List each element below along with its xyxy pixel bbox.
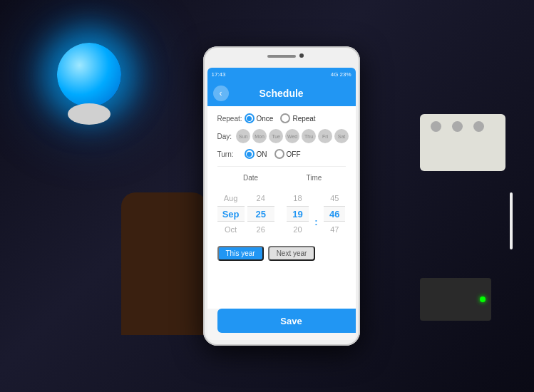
day-thu[interactable]: Thu	[302, 129, 316, 143]
minute-row-0[interactable]: 45	[324, 190, 345, 206]
minute-picker[interactable]: 45 46 47	[324, 190, 345, 237]
phone-screen: 17:43 4G 23% ‹ Schedule Repeat: Onc	[207, 68, 356, 340]
divider-1	[217, 166, 346, 167]
repeat-repeat-label: Repeat	[292, 115, 315, 123]
hand-decoration	[121, 192, 207, 335]
hour-row-2[interactable]: 20	[287, 222, 308, 237]
turn-options: ON OFF	[245, 149, 301, 159]
ball-base-decoration	[68, 103, 111, 125]
repeat-options: Once Repeat	[245, 113, 316, 123]
next-year-button[interactable]: Next year	[268, 246, 316, 261]
turn-on-radio[interactable]	[245, 149, 255, 159]
status-time: 17:43	[212, 71, 226, 78]
status-right: 4G 23%	[331, 71, 351, 78]
turn-row: Turn: ON OFF	[217, 149, 346, 159]
day-row-0[interactable]: 24	[247, 190, 274, 206]
page-title: Schedule	[259, 88, 303, 99]
repeat-repeat-radio[interactable]	[280, 113, 290, 123]
date-header: Date	[218, 174, 284, 182]
repeat-once-label: Once	[257, 115, 274, 123]
time-header: Time	[284, 174, 345, 182]
turn-on-option[interactable]: ON	[245, 149, 267, 159]
picker-headers: Date Time	[217, 174, 346, 182]
phone: 17:43 4G 23% ‹ Schedule Repeat: Onc	[203, 46, 360, 346]
minute-row-2[interactable]: 47	[324, 222, 345, 237]
turn-off-option[interactable]: OFF	[274, 149, 301, 159]
title-bar: ‹ Schedule	[207, 81, 356, 106]
status-signal: 4G	[331, 71, 339, 78]
repeat-row: Repeat: Once Repeat	[217, 113, 346, 123]
date-time-picker[interactable]: Aug Sep Oct 24 25	[217, 190, 346, 237]
day-tue[interactable]: Tue	[269, 129, 283, 143]
this-year-button[interactable]: This year	[217, 246, 264, 261]
status-bar: 17:43 4G 23%	[207, 68, 356, 81]
turn-off-radio[interactable]	[274, 149, 284, 159]
phone-camera	[299, 53, 304, 58]
month-row-0[interactable]: Aug	[217, 190, 245, 206]
repeat-label: Repeat:	[217, 115, 240, 123]
day-wed[interactable]: Wed	[285, 129, 299, 143]
day-sat[interactable]: Sat	[334, 129, 349, 143]
repeat-once-radio[interactable]	[245, 113, 255, 123]
hour-picker[interactable]: 18 19 20	[287, 190, 308, 237]
day-row-selected[interactable]: 25	[247, 206, 274, 222]
month-row-2[interactable]: Oct	[217, 222, 245, 237]
day-mon[interactable]: Mon	[252, 129, 267, 143]
schedule-content: Repeat: Once Repeat Day: Sun	[207, 106, 356, 309]
day-sun[interactable]: Sun	[236, 129, 250, 143]
back-button[interactable]: ‹	[213, 86, 229, 101]
day-fri[interactable]: Fri	[318, 129, 332, 143]
status-battery: 23%	[339, 71, 351, 78]
time-separator: :	[312, 201, 321, 227]
day-row-2[interactable]: 26	[247, 222, 274, 237]
year-buttons: This year Next year	[217, 246, 346, 261]
day-label: Day:	[217, 133, 232, 140]
day-row: Day: Sun Mon Tue Wed Thu Fri Sat	[217, 129, 346, 143]
turn-on-label: ON	[257, 150, 267, 158]
repeat-repeat-option[interactable]: Repeat	[280, 113, 315, 123]
turn-label: Turn:	[217, 150, 240, 158]
turn-off-label: OFF	[287, 150, 301, 158]
day-buttons: Sun Mon Tue Wed Thu Fri Sat	[236, 129, 349, 143]
hour-row-selected[interactable]: 19	[287, 206, 308, 222]
repeat-once-option[interactable]: Once	[245, 113, 274, 123]
day-picker[interactable]: 24 25 26	[247, 190, 274, 237]
hour-row-0[interactable]: 18	[287, 190, 308, 206]
save-button[interactable]: Save	[217, 309, 356, 333]
power-strip-decoration	[420, 114, 505, 171]
cable-decoration	[510, 192, 513, 249]
month-picker[interactable]: Aug Sep Oct	[217, 190, 245, 237]
phone-speaker	[267, 55, 296, 58]
electronics-box-decoration	[420, 278, 491, 321]
minute-row-selected[interactable]: 46	[324, 206, 345, 222]
status-left: 17:43	[212, 71, 226, 78]
back-icon: ‹	[220, 88, 222, 98]
month-row-selected[interactable]: Sep	[217, 206, 245, 222]
blue-ball-decoration	[57, 43, 121, 107]
